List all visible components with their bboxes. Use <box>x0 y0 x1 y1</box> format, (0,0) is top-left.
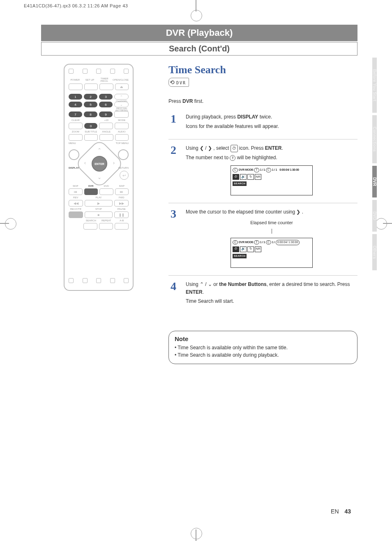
osd-search-label: SEARCH <box>233 254 247 258</box>
t-badge-icon: T <box>230 155 235 161</box>
note-box: Note Time Search is available only withi… <box>168 331 357 364</box>
remote-btn-angle <box>99 134 113 141</box>
remote-btn-ab <box>115 223 129 230</box>
remote-label-clear: CLEAR <box>69 119 83 121</box>
remote-btn-clear <box>69 123 83 129</box>
remote-btn-2: 2 <box>84 94 97 100</box>
side-tabs: Before You Start Connections DVR DVD Oth… <box>372 58 385 273</box>
footer-lang: EN <box>331 508 339 515</box>
osd-caption: Elapsed time counter <box>186 219 357 226</box>
remote-label-fwd: FWD <box>115 196 129 199</box>
tab-dvd: DVD <box>372 200 377 232</box>
page-footer: EN 43 <box>331 508 351 515</box>
remote-btn-7: 7 <box>69 111 82 117</box>
remote-btn-menu <box>69 149 79 160</box>
remote-btn-zoom <box>69 134 83 141</box>
tab-others: Others <box>372 234 377 270</box>
remote-label-rev: REV <box>69 196 83 199</box>
remote-btn-prognav <box>114 111 129 118</box>
footer-page-number: 43 <box>344 508 351 515</box>
remote-btn-mode <box>115 123 129 129</box>
remote-label-rec: REC/OTR <box>69 208 83 210</box>
osd-repeat-icon: ↻ <box>247 246 254 252</box>
osd-repeat-icon: ↻ <box>247 174 254 180</box>
remote-btn-ch-up: ⌃ <box>114 94 129 100</box>
remote-btn-setup <box>84 84 98 90</box>
step-4: 4 Using ⌃ / ⌄ or the Number Buttons, ent… <box>168 276 357 314</box>
remote-btn-fwd: ▶▶ <box>114 200 129 207</box>
remote-btn-rec <box>69 211 83 218</box>
remote-label-return: RETURN <box>118 167 129 169</box>
remote-btn-topmenu <box>118 149 129 160</box>
remote-btn-eject: ⏏ <box>115 84 129 90</box>
step-3: 3 Move the cursor to the elapsed time co… <box>168 203 357 276</box>
remote-btn-4: 4 <box>69 102 82 107</box>
remote-btn-rev: ◀◀ <box>69 200 83 207</box>
remote-label-mode: MODE <box>115 119 129 121</box>
remote-btn-stop: ■ <box>85 211 113 218</box>
remote-btn-plus10 <box>99 123 113 129</box>
clock-icon: ⏱ <box>231 145 238 152</box>
remote-btn-5: 5 <box>84 102 97 107</box>
remote-btn-timer <box>99 84 113 90</box>
remote-label-dvr: DVR <box>84 185 98 187</box>
step-number: 3 <box>168 208 178 268</box>
crop-header: E41A1CD(36-47).qx3 06.3.2 11:26 AM Page … <box>24 3 128 8</box>
remote-label-repeat: REPEAT <box>99 219 113 222</box>
remote-btn-audio <box>115 134 129 141</box>
dvr-logo-icon: DVR <box>168 78 189 87</box>
remote-btn-play: ▶ <box>85 200 113 207</box>
step-number: 2 <box>168 144 178 195</box>
remote-label-angle: ANGLE <box>99 130 113 133</box>
osd-search-label: SEARCH <box>233 181 247 186</box>
remote-label-subtitle: SUB TITLE <box>84 130 98 133</box>
step-1: 1 During playback, press DISPLAY twice. … <box>168 108 357 139</box>
remote-btn-0: 0 <box>84 123 97 129</box>
remote-label-pause: PAUSE <box>115 208 129 210</box>
section-title: Time Search <box>168 64 357 76</box>
osd-display-1: C DVR MODE T 1 / 1 C 1 / 1 0:00:04/ 1:30… <box>231 165 313 195</box>
remote-dpad: ⌃ ⌄ ‹ › ENTER <box>82 146 117 181</box>
remote-label-stop: STOP <box>85 208 113 210</box>
remote-btn-dvd <box>99 188 113 195</box>
step-2: 2 Using ❮ / ❯ , select ⏱ icon. Press ENT… <box>168 139 357 203</box>
page-subtitle-bar: Search (Cont'd) <box>41 42 357 56</box>
remote-btn-skip-prev: ⏮ <box>69 188 83 195</box>
remote-btn-ch-down: ⌄ <box>114 102 129 107</box>
remote-label-setup: SET UP <box>83 79 97 81</box>
osd-audio-icon: 🔊 <box>240 174 247 180</box>
step-number: 4 <box>168 281 178 307</box>
remote-label-open: OPEN/CLOSE <box>113 79 129 81</box>
osd-audio-icon: 🔊 <box>240 246 247 252</box>
note-title: Note <box>175 335 351 342</box>
remote-label-zoom: ZOOM <box>69 130 83 133</box>
remote-btn-return: ↩ <box>120 171 129 180</box>
remote-btn-subtitle <box>84 134 98 141</box>
crop-mark-left <box>0 218 13 229</box>
remote-label-skip-r: SKIP <box>115 185 129 187</box>
remote-btn-6: 6 <box>99 102 113 107</box>
tab-before-you-start: Before You Start <box>372 58 377 113</box>
remote-label-power: POWER <box>69 79 82 81</box>
remote-btn-repeat <box>99 223 113 230</box>
remote-label-timer: TIMER PROG. <box>98 77 111 82</box>
intro-text: Press DVR first. <box>168 98 357 104</box>
crop-mark-bottom <box>191 525 201 541</box>
osd-clock-icon: ⏱ <box>233 174 239 180</box>
tab-dvr: DVR <box>372 166 377 197</box>
osd-display-2: C DVR MODE T 1 / 1 C 1 / 0:00:04/ 1:30:0… <box>231 238 313 268</box>
remote-btn-pause: ❚❚ <box>114 211 129 218</box>
remote-btn-3: 3 <box>99 94 113 100</box>
remote-btn-power <box>69 84 83 90</box>
remote-btn-search <box>83 223 97 230</box>
osd-time-highlight: 0:00:04/ 1:30:00 <box>276 240 300 245</box>
remote-btn-8: 8 <box>84 111 97 117</box>
remote-illustration: POWER SET UP TIMER PROG. OPEN/CLOSE ⏏ 1 … <box>41 64 156 364</box>
crop-mark-top <box>191 0 201 16</box>
tab-connections: Connections <box>372 115 377 163</box>
osd-clock-icon: ⏱ <box>233 246 239 252</box>
remote-label-ab: A-B <box>115 219 129 222</box>
osd-nr-icon: NR <box>255 174 261 180</box>
page-title-bar: DVR (Playback) <box>41 25 357 41</box>
remote-btn-dvr <box>84 188 98 195</box>
